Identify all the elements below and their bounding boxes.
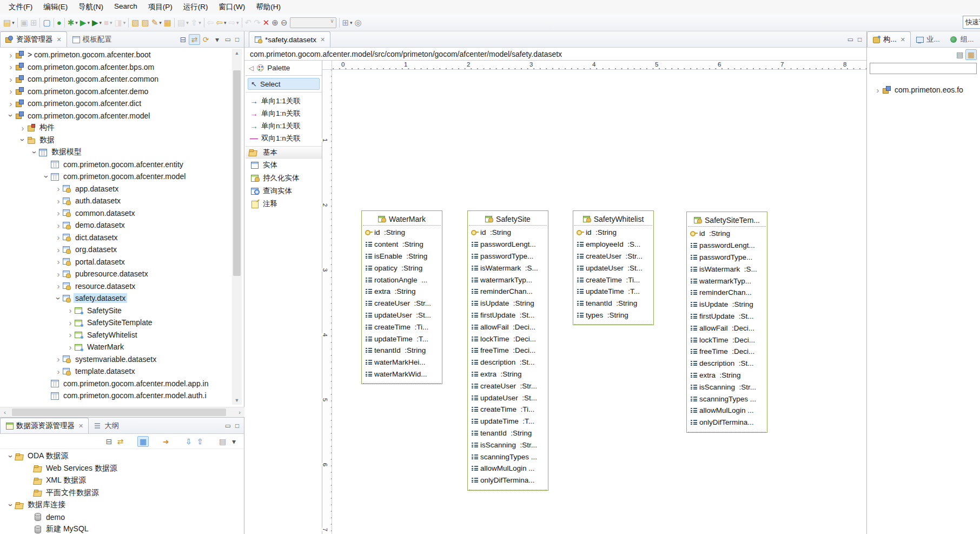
window-button[interactable]: ▭ [223,421,233,431]
toolbar-icon[interactable]: ✎ ▾ [150,16,163,29]
tree-item[interactable]: 构件 [0,122,230,134]
entity-field[interactable]: updateUser :St... [575,262,651,274]
tree-item[interactable]: 平面文件数据源 [0,487,244,499]
toolbar-icon[interactable]: ◎ ▾ [354,16,363,29]
entity-field[interactable]: reminderChan... [470,286,546,298]
entity-field[interactable]: createUser :Str... [575,250,651,262]
tree-item[interactable]: resource.datasetx [0,280,230,293]
view-toolbar-icon[interactable]: ▤ [217,436,228,447]
entity-field[interactable]: reminderChan... [689,287,765,299]
right-panel-tab[interactable]: 构... ✕ [867,31,911,47]
tree-item[interactable]: com.primeton.eos.fo [867,84,980,96]
palette-header[interactable]: ◁ Palette [246,61,322,76]
entity-field[interactable]: isUpdate :String [689,299,765,311]
palette-relation-tool[interactable]: → 单向1:n关联 [246,107,322,120]
tree-item[interactable]: pubresource.datasetx [0,268,230,280]
toolbar-icon[interactable]: ⇦ ▾ [215,16,227,29]
expand-arrow-icon[interactable] [54,184,63,193]
scroll-right-icon[interactable]: › [235,407,244,417]
entity-field[interactable]: passwordLengt... [689,240,765,252]
tree-item[interactable]: SafetySiteTemplate [0,317,230,329]
tree-item[interactable]: 新建 MySQL [0,523,244,534]
expand-arrow-icon[interactable] [18,124,27,132]
entity-field[interactable]: allowMulLogin ... [470,463,546,474]
menu-item[interactable]: Search [109,1,143,14]
expand-arrow-icon[interactable] [54,197,63,205]
filter-input[interactable] [870,63,977,74]
expand-arrow-icon[interactable] [6,501,15,509]
view-toolbar-icon[interactable]: ▾ [228,436,240,447]
expand-arrow-icon[interactable] [6,100,15,108]
palette-relation-tool[interactable]: → 单向1:1关联 [246,95,322,107]
expand-arrow-icon[interactable] [54,367,63,375]
entity-field[interactable]: employeeId :S... [575,239,651,250]
toolbar-icon[interactable]: ▤ ▾ [2,16,16,29]
entity-field[interactable]: freeTime :Deci... [470,345,546,357]
expand-arrow-icon[interactable] [6,87,15,95]
window-button[interactable]: ▭ [846,35,855,44]
dropdown-arrow-icon[interactable]: ▾ [159,20,162,25]
tree-item[interactable]: com.primeton.gocom.afcenter.bps.om [0,61,230,74]
toolbar-icon[interactable]: ▾ [52,16,56,29]
view-toolbar-icon[interactable]: ⊟ [177,34,189,45]
toolbar-icon[interactable]: ⇧ ▾ [190,16,202,29]
tree-item[interactable]: app.datasetx [0,183,230,195]
view-toolbar-icon[interactable] [206,436,217,447]
expand-arrow-icon[interactable] [54,258,63,266]
dropdown-arrow-icon[interactable]: ▾ [75,20,78,25]
right-panel-tab[interactable]: 组... ✕ [945,31,979,47]
toolbar-icon[interactable]: ▨ ▾ [141,16,150,29]
tree-item[interactable]: com.primeton.gocom.afcenter.dict [0,97,230,110]
view-toolbar-icon[interactable]: ⇩ [183,436,194,447]
tree-item[interactable]: 数据模型 [0,146,230,159]
toolbar-icon[interactable]: ▾ [240,16,244,29]
tree-item[interactable]: SafetyWhitelist [0,329,230,341]
scroll-left-icon[interactable]: ‹ [0,407,10,417]
tree-item[interactable]: 数据库连接 [0,499,244,511]
diagram-canvas[interactable]: WaterMark id :String content [332,70,866,534]
tree-item[interactable]: org.datasetx [0,243,230,256]
dropdown-arrow-icon[interactable]: ▾ [224,20,227,25]
entity-field[interactable]: id :String [689,228,765,240]
entity-field[interactable]: onlyDifTermina... [689,417,765,428]
entity-field[interactable]: extra :String [364,286,440,298]
expand-arrow-icon[interactable] [66,343,75,351]
entity-field[interactable]: isWatermark :S... [689,263,765,275]
entity-field[interactable]: watermarkTyp... [470,274,546,286]
expand-arrow-icon[interactable] [54,270,63,278]
tree-item[interactable]: auth.datasetx [0,195,230,207]
tree-item[interactable]: com.primeton.gocom.afcenter.entity [0,159,230,171]
entity-field[interactable]: firstUpdate :St... [689,311,765,322]
entity-field[interactable]: createUser :Str... [470,380,546,392]
view-toolbar-icon[interactable]: ⇄ [115,436,126,447]
tree-item[interactable]: com.primeton.gocom.afcenter.demo [0,85,230,98]
entity-field[interactable]: isScanning :Str... [470,439,546,451]
explorer-vertical-scrollbar[interactable]: ▲ ▼ [232,49,242,405]
expand-arrow-icon[interactable] [54,246,63,254]
tree-item[interactable]: com.primeton.gocom.afcenter.model [0,170,230,183]
dropdown-arrow-icon[interactable]: ▾ [198,20,201,25]
close-icon[interactable]: ✕ [900,36,905,43]
view-toolbar-icon[interactable]: ▾ [211,34,223,45]
tree-item[interactable]: safety.datasetx [0,292,230,305]
dropdown-arrow-icon[interactable]: ▾ [12,20,15,25]
toolbar-icon[interactable]: ✕ ▾ [262,16,271,29]
entity-field[interactable]: createTime :Ti... [470,404,546,416]
entity-field[interactable]: extra :String [470,368,546,380]
tree-item[interactable]: 数据 [0,134,230,147]
tab-datasource-explorer[interactable]: 数据源资源管理器 ✕ [0,418,89,433]
entity-field[interactable]: freeTime :Deci... [689,346,765,358]
tree-item[interactable]: common.datasetx [0,207,230,220]
toolbar-icon[interactable]: ⊞ ▾ [341,16,354,29]
dropdown-arrow-icon[interactable]: ▾ [350,20,353,25]
toolbar-icon[interactable]: ▦ ▾ [163,16,173,29]
toolbar-icon[interactable]: ⊕ ▾ [270,16,280,29]
menu-item[interactable]: 帮助(H) [250,1,286,14]
entity-field[interactable]: rotationAngle ... [364,274,440,286]
entity-field[interactable]: updateUser :St... [470,392,546,404]
expand-arrow-icon[interactable] [18,136,27,144]
collapse-palette-icon[interactable]: ◁ [249,64,254,72]
view-toolbar-icon[interactable] [149,436,160,447]
entity-field[interactable]: allowMulLogin ... [689,405,765,417]
toolbar-icon[interactable]: ▧ ▾ [130,16,140,29]
